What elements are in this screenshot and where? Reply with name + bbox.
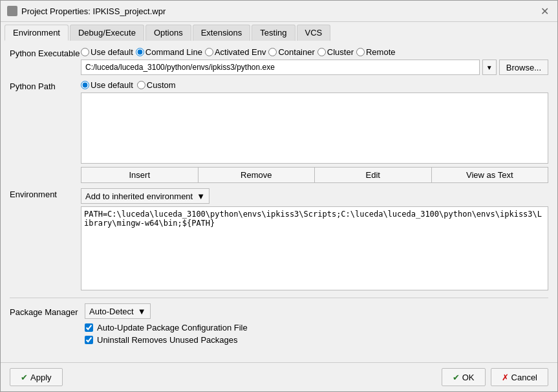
radio-cluster[interactable]: Cluster <box>317 47 354 57</box>
python-path-edit-btn[interactable]: Edit <box>315 168 432 182</box>
content-area: Python Executable Use default Command Li… <box>1 41 557 362</box>
title-bar: Project Properties: IPKISS_project.wpr ✕ <box>1 1 557 22</box>
title-bar-left: Project Properties: IPKISS_project.wpr <box>7 6 166 16</box>
python-path-remove-btn[interactable]: Remove <box>199 168 316 182</box>
cancel-x-icon: ✗ <box>502 373 509 382</box>
uninstall-removes-checkbox[interactable] <box>85 336 93 344</box>
environment-label: Environment <box>10 188 81 199</box>
environment-content: Add to inherited environment ▼ PATH=C:\l… <box>81 188 548 292</box>
tab-environment[interactable]: Environment <box>5 25 69 41</box>
python-path-label: Python Path <box>10 80 81 91</box>
radio-remote[interactable]: Remote <box>356 47 396 57</box>
dialog-title: Project Properties: IPKISS_project.wpr <box>21 6 166 16</box>
package-manager-label: Package Manager <box>10 306 81 317</box>
radio-command-line[interactable]: Command Line <box>136 47 202 57</box>
python-path-content: Use default Custom Insert Remove Edit Vi… <box>81 80 548 183</box>
package-manager-dropdown[interactable]: Auto-Detect ▼ <box>85 303 151 319</box>
close-button[interactable]: ✕ <box>538 5 551 17</box>
auto-update-checkbox[interactable] <box>85 323 93 332</box>
tabs-bar: Environment Debug/Execute Options Extens… <box>1 22 557 41</box>
pkg-dropdown-label: Auto-Detect <box>89 307 134 316</box>
python-executable-content: Use default Command Line Activated Env C… <box>81 47 548 75</box>
apply-check-icon: ✔ <box>21 373 28 382</box>
radio-path-custom[interactable]: Custom <box>137 80 176 90</box>
python-path-buttons: Insert Remove Edit View as Text <box>81 167 548 183</box>
env-mode-dropdown[interactable]: Add to inherited environment ▼ <box>81 188 209 204</box>
ok-button[interactable]: ✔ OK <box>442 368 486 386</box>
radio-path-use-default[interactable]: Use default <box>81 80 133 90</box>
python-executable-section: Python Executable Use default Command Li… <box>10 47 548 75</box>
footer: ✔ Apply ✔ OK ✗ Cancel <box>1 362 557 391</box>
env-dropdown-row: Add to inherited environment ▼ <box>81 188 548 204</box>
python-executable-label: Python Executable <box>10 47 81 58</box>
tab-options[interactable]: Options <box>145 25 191 41</box>
ok-label: OK <box>462 373 475 382</box>
radio-use-default-label: Use default <box>91 47 133 57</box>
footer-right: ✔ OK ✗ Cancel <box>442 368 548 386</box>
cancel-button[interactable]: ✗ Cancel <box>491 368 548 386</box>
auto-update-label: Auto-Update Package Configuration File <box>97 323 248 332</box>
radio-remote-label: Remote <box>366 47 396 57</box>
exe-path-input[interactable] <box>81 60 480 75</box>
uninstall-removes-checkbox-row: Uninstall Removes Unused Packages <box>85 335 548 345</box>
python-path-view-text-btn[interactable]: View as Text <box>432 168 548 182</box>
radio-path-use-default-label: Use default <box>91 80 133 90</box>
radio-use-default[interactable]: Use default <box>81 47 133 57</box>
tab-testing[interactable]: Testing <box>252 25 295 41</box>
radio-cluster-label: Cluster <box>327 47 354 57</box>
tab-vcs[interactable]: VCS <box>297 25 331 41</box>
dialog: Project Properties: IPKISS_project.wpr ✕… <box>0 0 558 392</box>
pkg-dropdown-arrow: ▼ <box>138 307 146 316</box>
python-exe-radio-group: Use default Command Line Activated Env C… <box>81 47 548 57</box>
environment-textarea[interactable]: PATH=C:\luceda\luceda_3100\python\envs\i… <box>81 206 548 290</box>
radio-activated-env-label: Activated Env <box>215 47 266 57</box>
apply-button[interactable]: ✔ Apply <box>10 368 63 386</box>
radio-container[interactable]: Container <box>268 47 314 57</box>
tab-extensions[interactable]: Extensions <box>193 25 251 41</box>
python-path-textarea[interactable] <box>81 93 548 164</box>
package-checkboxes: Auto-Update Package Configuration File U… <box>10 323 548 345</box>
python-path-section: Python Path Use default Custom Insert Re… <box>10 80 548 183</box>
divider <box>10 298 548 298</box>
env-dropdown-arrow: ▼ <box>197 191 205 201</box>
apply-label: Apply <box>30 373 52 382</box>
browse-button[interactable]: Browse... <box>499 60 548 75</box>
uninstall-removes-label: Uninstall Removes Unused Packages <box>97 335 238 345</box>
ok-check-icon: ✔ <box>453 373 460 382</box>
tab-debug-execute[interactable]: Debug/Execute <box>70 25 144 41</box>
package-manager-row: Package Manager Auto-Detect ▼ <box>10 303 548 319</box>
python-path-radio-row: Use default Custom <box>81 80 548 90</box>
exe-path-row: ▼ Browse... <box>81 60 548 75</box>
environment-section: Environment Add to inherited environment… <box>10 188 548 292</box>
dialog-icon <box>7 6 17 16</box>
auto-update-checkbox-row: Auto-Update Package Configuration File <box>85 323 548 332</box>
radio-activated-env[interactable]: Activated Env <box>205 47 266 57</box>
exe-dropdown-arrow[interactable]: ▼ <box>482 60 497 75</box>
cancel-label: Cancel <box>511 373 537 382</box>
env-mode-label: Add to inherited environment <box>85 191 193 201</box>
radio-container-label: Container <box>278 47 314 57</box>
radio-path-custom-label: Custom <box>147 80 176 90</box>
radio-command-line-label: Command Line <box>145 47 202 57</box>
python-path-insert-btn[interactable]: Insert <box>81 168 199 182</box>
